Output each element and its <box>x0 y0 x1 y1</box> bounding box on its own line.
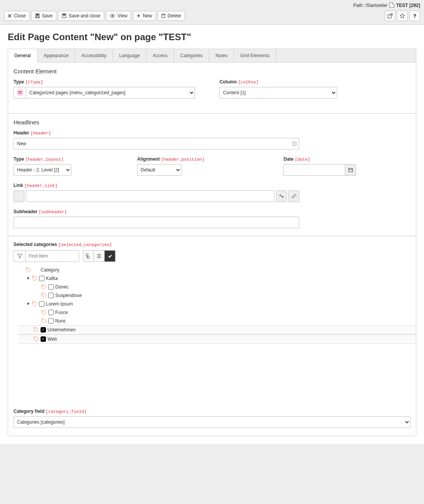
tab-language[interactable]: Language <box>113 49 146 62</box>
link-wizard-button[interactable] <box>288 190 299 202</box>
header-layout-select[interactable]: Header - 2. Level [2] <box>14 164 71 176</box>
svg-point-19 <box>33 277 34 278</box>
tree-checkbox[interactable] <box>41 327 46 333</box>
tree-toggle-selected-button[interactable] <box>105 250 115 262</box>
svg-point-15 <box>282 196 283 198</box>
view-button[interactable]: View <box>106 11 131 21</box>
tab-notes[interactable]: Notes <box>209 49 234 62</box>
close-icon <box>8 14 12 18</box>
svg-rect-11 <box>18 93 22 93</box>
tree-label: Donec <box>55 283 69 291</box>
external-link-icon <box>387 13 393 19</box>
new-button[interactable]: New <box>133 11 156 21</box>
tree-expand-button[interactable] <box>83 250 94 262</box>
tree-node-lorem[interactable]: ▼ Lorem Ipsum <box>18 300 410 308</box>
date-picker-button[interactable] <box>345 164 356 176</box>
tab-access[interactable]: Access <box>146 49 174 62</box>
page-heading: Edit Page Content "New" on page "TEST" <box>8 25 416 49</box>
tag-icon <box>32 301 37 307</box>
link-type-indicator <box>14 190 24 202</box>
link-toggle-button[interactable] <box>276 190 287 202</box>
tree-node-fusce[interactable]: Fusce <box>18 308 410 317</box>
header-position-hint: [header_position] <box>161 157 204 162</box>
plus-icon <box>137 14 141 18</box>
tag-icon <box>41 284 47 290</box>
help-button[interactable]: ? <box>409 10 420 21</box>
subheader-input[interactable] <box>14 217 299 228</box>
save-close-label: Save and close <box>69 13 100 19</box>
tab-grid-elements[interactable]: Grid Elements <box>234 49 276 62</box>
bookmark-button[interactable] <box>397 10 408 21</box>
tree-label: Lorem Ipsum <box>46 300 73 308</box>
tree-checkbox[interactable] <box>39 301 44 307</box>
header-input[interactable] <box>14 138 299 149</box>
tree-node-suspendisse[interactable]: Suspendisse <box>18 291 410 300</box>
save-button[interactable]: Save <box>31 11 56 21</box>
section-title-content-element: Content Element <box>14 68 410 75</box>
tree-node-kafka[interactable]: ▼ Kafka <box>18 274 410 283</box>
tab-accessibility[interactable]: Accessibility <box>75 49 113 62</box>
svg-rect-10 <box>18 91 22 92</box>
header-position-select[interactable]: Default <box>137 164 181 176</box>
category-field-hint: [category_field] <box>46 409 86 414</box>
toggle-arrow-icon[interactable]: ▼ <box>26 275 31 282</box>
open-new-window-button[interactable] <box>385 10 395 21</box>
selected-categories-hint: [selected_categories] <box>58 243 112 247</box>
header-layout-hint: [header_layout] <box>25 157 63 162</box>
tab-appearance[interactable]: Appearance <box>37 49 75 62</box>
tree-root[interactable]: Category <box>18 266 410 274</box>
tree-label: Nunc <box>55 317 66 325</box>
link-icon <box>291 193 297 199</box>
svg-point-22 <box>33 302 34 303</box>
page-icon <box>390 2 394 8</box>
tree-checkbox[interactable] <box>39 276 44 281</box>
tree-checkbox[interactable] <box>41 336 46 342</box>
tree-expand-icon <box>86 253 91 259</box>
toggle-icon <box>279 194 284 199</box>
trash-icon <box>161 14 165 18</box>
header-position-label: Alignment [header_position] <box>137 156 204 162</box>
toggle-arrow-icon[interactable]: ▼ <box>26 300 31 308</box>
path-page-name: TEST <box>396 3 408 8</box>
header-position-label-text: Alignment <box>137 156 160 162</box>
svg-rect-4 <box>63 14 65 15</box>
star-icon <box>400 13 405 19</box>
header-label-text: Header <box>14 130 29 136</box>
date-input[interactable] <box>283 164 345 176</box>
tab-categories[interactable]: Categories <box>174 49 209 62</box>
tree-root-label: Category <box>41 266 59 274</box>
delete-button[interactable]: Delete <box>158 11 185 21</box>
tag-icon <box>32 276 37 281</box>
svg-rect-16 <box>86 254 88 256</box>
tabbar: General Appearance Accessibility Languag… <box>8 49 416 63</box>
tree-collapse-icon <box>97 253 102 259</box>
path-label: Path: <box>353 3 364 8</box>
tree-node-unternehmen[interactable]: Unternehmen <box>18 325 416 334</box>
header-layout-label-text: Type <box>14 156 24 162</box>
tree-checkbox[interactable] <box>48 310 54 315</box>
tag-icon <box>26 267 31 273</box>
colpos-select[interactable]: Content [1] <box>219 87 337 98</box>
tree-node-web[interactable]: Web <box>18 334 416 344</box>
tree-checkbox[interactable] <box>48 293 54 298</box>
tree-checkbox[interactable] <box>48 318 54 324</box>
tree-node-nunc[interactable]: Nunc <box>18 317 410 325</box>
svg-point-6 <box>112 15 113 17</box>
category-field-label: Category field [category_field] <box>14 409 410 414</box>
tree-checkbox[interactable] <box>48 284 54 290</box>
svg-point-20 <box>42 285 43 286</box>
ctype-select[interactable]: Categorized pages [menu_categorized_page… <box>26 87 195 98</box>
path-parent[interactable]: /Startseite/ <box>365 3 387 8</box>
path-page[interactable]: TEST [292] <box>396 3 420 8</box>
find-item-input[interactable] <box>25 250 79 262</box>
ctype-label-text: Type <box>14 79 24 85</box>
category-field-select[interactable]: Categories [categories] <box>14 416 410 428</box>
tab-general[interactable]: General <box>8 49 37 63</box>
tag-icon <box>34 336 39 342</box>
save-and-close-button[interactable]: Save and close <box>58 11 104 21</box>
help-icon: ? <box>413 13 416 19</box>
tree-collapse-button[interactable] <box>94 250 105 262</box>
header-link-input[interactable] <box>26 190 275 202</box>
tree-node-donec[interactable]: Donec <box>18 283 410 291</box>
close-button[interactable]: Close <box>4 11 30 21</box>
